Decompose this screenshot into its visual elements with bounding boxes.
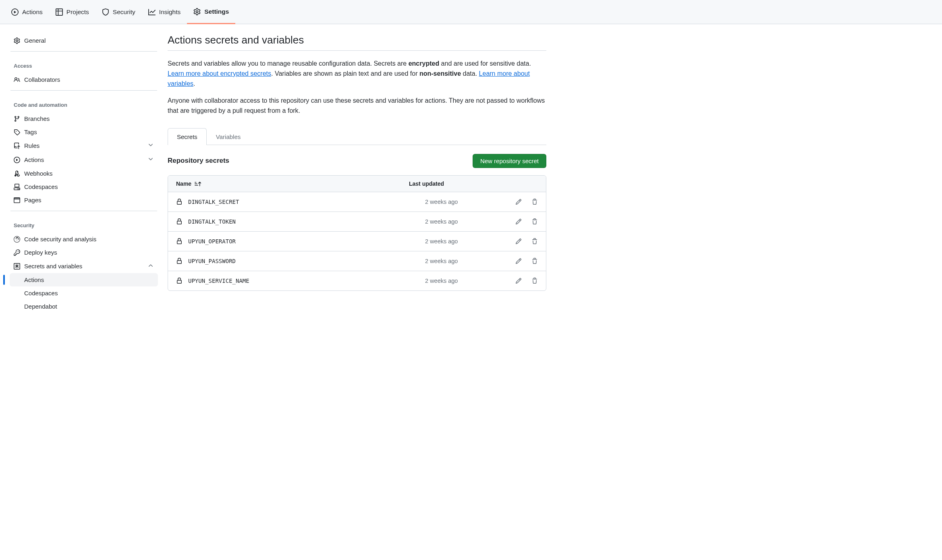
chevron-down-icon — [147, 156, 154, 164]
sidebar-section-access: Access — [10, 56, 158, 73]
sidebar-item-general[interactable]: General — [10, 34, 158, 47]
delete-secret-button[interactable] — [531, 218, 538, 225]
edit-secret-button[interactable] — [515, 238, 522, 245]
secret-updated: 2 weeks ago — [425, 218, 498, 225]
table-row: UPYUN_PASSWORD 2 weeks ago — [168, 251, 546, 271]
trash-icon — [531, 218, 538, 225]
codespaces-icon — [14, 184, 20, 190]
chevron-down-icon — [147, 142, 154, 149]
divider — [168, 50, 546, 51]
tab-settings-label: Settings — [204, 8, 229, 15]
secret-updated: 2 weeks ago — [425, 278, 498, 284]
secret-name-cell: UPYUN_SERVICE_NAME — [176, 278, 425, 284]
tab-variables[interactable]: Variables — [207, 128, 250, 145]
key-icon — [14, 249, 20, 256]
sidebar-item-label: Tags — [24, 129, 37, 135]
secret-name: DINGTALK_SECRET — [188, 199, 239, 205]
edit-secret-button[interactable] — [515, 218, 522, 225]
sidebar-subitem-dependabot[interactable]: Dependabot — [10, 300, 158, 313]
lock-icon — [176, 199, 183, 205]
sort-asc-icon[interactable] — [195, 180, 201, 187]
table-row: DINGTALK_SECRET 2 weeks ago — [168, 192, 546, 212]
secret-name: UPYUN_OPERATOR — [188, 238, 236, 245]
delete-secret-button[interactable] — [531, 238, 538, 245]
tab-security[interactable]: Security — [95, 0, 142, 24]
edit-secret-button[interactable] — [515, 258, 522, 264]
tab-insights-label: Insights — [159, 8, 181, 16]
play-icon — [11, 8, 19, 16]
description-paragraph-1: Secrets and variables allow you to manag… — [168, 59, 546, 89]
code-scan-icon — [14, 236, 20, 243]
secret-updated: 2 weeks ago — [425, 238, 498, 245]
delete-secret-button[interactable] — [531, 199, 538, 205]
sidebar-item-label: Branches — [24, 115, 50, 122]
sidebar-item-label: Pages — [24, 197, 41, 203]
lock-icon — [176, 278, 183, 284]
secret-name-cell: UPYUN_PASSWORD — [176, 258, 425, 264]
branch-icon — [14, 116, 20, 122]
trash-icon — [531, 199, 538, 205]
play-icon — [14, 157, 20, 163]
chevron-up-icon — [147, 262, 154, 270]
learn-secrets-link[interactable]: Learn more about encrypted secrets — [168, 70, 271, 77]
tab-secrets[interactable]: Secrets — [168, 128, 207, 145]
pencil-icon — [515, 278, 522, 284]
table-header: Name Last updated — [168, 176, 546, 192]
secret-name: DINGTALK_TOKEN — [188, 218, 236, 225]
table-icon — [56, 8, 63, 16]
sidebar-item-branches[interactable]: Branches — [10, 112, 158, 125]
sidebar-item-label: Deploy keys — [24, 249, 57, 256]
sidebar-subitem-codespaces[interactable]: Codespaces — [10, 286, 158, 300]
lock-icon — [176, 238, 183, 245]
lock-icon — [176, 218, 183, 225]
sidebar-item-secrets-variables[interactable]: Secrets and variables — [10, 259, 158, 273]
secret-name: UPYUN_SERVICE_NAME — [188, 278, 249, 284]
pencil-icon — [515, 199, 522, 205]
tab-actions-label: Actions — [22, 8, 43, 16]
secret-name-cell: UPYUN_OPERATOR — [176, 238, 425, 245]
sidebar-item-codespaces[interactable]: Codespaces — [10, 180, 158, 193]
edit-secret-button[interactable] — [515, 278, 522, 284]
sidebar-item-deploy-keys[interactable]: Deploy keys — [10, 246, 158, 259]
divider — [10, 211, 157, 211]
sidebar-item-code-security[interactable]: Code security and analysis — [10, 232, 158, 246]
secret-name-cell: DINGTALK_TOKEN — [176, 218, 425, 225]
secret-name-cell: DINGTALK_SECRET — [176, 199, 425, 205]
sidebar-item-rules[interactable]: Rules — [10, 139, 158, 153]
sidebar-item-webhooks[interactable]: Webhooks — [10, 167, 158, 180]
divider — [10, 90, 157, 91]
sidebar-item-collaborators[interactable]: Collaborators — [10, 73, 158, 86]
people-icon — [14, 77, 20, 83]
tab-projects[interactable]: Projects — [49, 0, 95, 24]
sidebar-item-tags[interactable]: Tags — [10, 125, 158, 139]
sidebar-item-label: Codespaces — [24, 290, 58, 297]
secrets-table: Name Last updated DINGTALK_SECRET 2 week… — [168, 175, 546, 291]
tag-icon — [14, 129, 20, 135]
divider — [10, 51, 157, 52]
main-content: Actions secrets and variables Secrets an… — [168, 34, 546, 313]
sidebar-item-actions[interactable]: Actions — [10, 153, 158, 167]
tab-insights[interactable]: Insights — [142, 0, 187, 24]
edit-secret-button[interactable] — [515, 199, 522, 205]
table-row: UPYUN_OPERATOR 2 weeks ago — [168, 232, 546, 251]
settings-sidebar: General Access Collaborators Code and au… — [10, 34, 158, 313]
secrets-variables-tabs: Secrets Variables — [168, 128, 546, 145]
sidebar-item-label: Codespaces — [24, 183, 58, 190]
tab-actions[interactable]: Actions — [5, 0, 49, 24]
sidebar-item-label: Secrets and variables — [24, 263, 82, 270]
delete-secret-button[interactable] — [531, 258, 538, 264]
sidebar-item-pages[interactable]: Pages — [10, 193, 158, 207]
lock-icon — [176, 258, 183, 264]
th-name-label[interactable]: Name — [176, 180, 191, 187]
sidebar-item-label: Actions — [24, 276, 44, 283]
sidebar-section-code: Code and automation — [10, 95, 158, 112]
sidebar-item-label: Code security and analysis — [24, 236, 96, 243]
new-repository-secret-button[interactable]: New repository secret — [473, 154, 546, 168]
th-updated-label: Last updated — [409, 180, 498, 187]
sidebar-subitem-actions[interactable]: Actions — [10, 273, 158, 286]
delete-secret-button[interactable] — [531, 278, 538, 284]
sidebar-item-label: Rules — [24, 142, 39, 149]
table-row: DINGTALK_TOKEN 2 weeks ago — [168, 212, 546, 232]
tab-settings[interactable]: Settings — [187, 0, 235, 24]
table-row: UPYUN_SERVICE_NAME 2 weeks ago — [168, 271, 546, 290]
